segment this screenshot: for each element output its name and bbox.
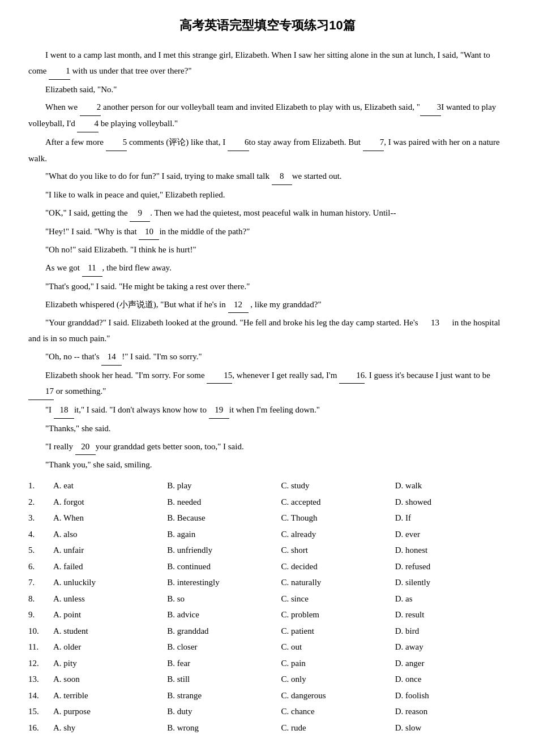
option-c: C. already xyxy=(279,527,393,542)
option-c: C. out xyxy=(279,640,393,655)
option-row-16: 16. A. shy B. wrong C. rude D. slow xyxy=(28,721,507,736)
para-8: "Hey!" I said. "Why is that 10in the mid… xyxy=(45,224,507,240)
option-num: 4. xyxy=(28,527,51,542)
option-d: D. refused xyxy=(393,560,507,574)
option-a: A. When xyxy=(51,511,165,526)
option-row-4: 4. A. also B. again C. already D. ever xyxy=(28,527,507,542)
option-c: C. only xyxy=(279,672,393,687)
para-7: "OK," I said, getting the 9. Then we had… xyxy=(45,205,507,222)
blank-12: 12 xyxy=(228,297,249,313)
option-num: 15. xyxy=(28,705,51,719)
option-row-13: 13. A. soon B. still C. only D. once xyxy=(28,672,507,687)
para-3: When we 2 another person for our volleyb… xyxy=(28,100,507,132)
option-num: 7. xyxy=(28,575,51,590)
options-section: 1. A. eat B. play C. study D. walk 2. A.… xyxy=(28,479,507,735)
option-b: B. so xyxy=(165,592,279,607)
para-18: "I really 20your granddad gets better so… xyxy=(45,439,507,456)
para-12: Elizabeth whispered (小声说道), "But what if… xyxy=(45,297,507,313)
option-d: D. as xyxy=(393,592,507,607)
para-15: Elizabeth shook her head. "I'm sorry. Fo… xyxy=(28,368,507,401)
option-num: 8. xyxy=(28,592,51,607)
word-that: that xyxy=(124,227,137,236)
option-d: D. showed xyxy=(393,495,507,510)
option-c: C. rude xyxy=(279,721,393,736)
blank-5: 5 xyxy=(106,135,127,151)
passage: I went to a camp last month, and I met t… xyxy=(28,48,507,473)
option-b: B. interestingly xyxy=(165,575,279,590)
option-a: A. also xyxy=(51,527,165,542)
option-d: D. If xyxy=(393,511,507,526)
option-a: A. shy xyxy=(51,721,165,736)
option-b: B. unfriendly xyxy=(165,543,279,558)
option-d: D. once xyxy=(393,672,507,687)
blank-14: 14 xyxy=(101,349,122,366)
blank-4: 4 xyxy=(77,116,99,132)
blank-2: 2 xyxy=(80,100,101,116)
option-d: D. slow xyxy=(393,721,507,736)
para-1: I went to a camp last month, and I met t… xyxy=(28,48,507,80)
option-row-10: 10. A. student B. granddad C. patient D.… xyxy=(28,624,507,639)
blank-20: 20 xyxy=(75,439,96,456)
blank-1: 1 xyxy=(49,63,70,80)
option-a: A. point xyxy=(51,608,165,622)
para-13: "Your granddad?" I said. Elizabeth looke… xyxy=(28,315,507,347)
option-d: D. walk xyxy=(393,479,507,493)
option-num: 13. xyxy=(28,672,51,687)
option-a: A. terrible xyxy=(51,689,165,703)
option-b: B. closer xyxy=(165,640,279,655)
option-num: 5. xyxy=(28,543,51,558)
option-c: C. study xyxy=(279,479,393,493)
blank-8: 8 xyxy=(272,169,292,185)
blank-17: 17 xyxy=(28,384,54,400)
option-d: D. ever xyxy=(393,527,507,542)
option-a: A. purpose xyxy=(51,705,165,719)
option-c: C. short xyxy=(279,543,393,558)
option-c: C. problem xyxy=(279,608,393,622)
option-row-1: 1. A. eat B. play C. study D. walk xyxy=(28,479,507,493)
option-d: D. reason xyxy=(393,705,507,719)
option-d: D. away xyxy=(393,640,507,655)
option-a: A. student xyxy=(51,624,165,639)
page-title: 高考英语完型填空专项练习10篇 xyxy=(28,17,507,34)
para-17: "Thanks," she said. xyxy=(45,421,507,437)
blank-10: 10 xyxy=(139,224,159,240)
option-num: 16. xyxy=(28,721,51,736)
option-d: D. anger xyxy=(393,656,507,671)
option-c: C. Though xyxy=(279,511,393,526)
option-num: 2. xyxy=(28,495,51,510)
option-num: 14. xyxy=(28,689,51,703)
option-b: B. strange xyxy=(165,689,279,703)
option-row-2: 2. A. forgot B. needed C. accepted D. sh… xyxy=(28,495,507,510)
option-b: B. still xyxy=(165,672,279,687)
option-num: 10. xyxy=(28,624,51,639)
option-c: C. accepted xyxy=(279,495,393,510)
option-d: D. bird xyxy=(393,624,507,639)
blank-19: 19 xyxy=(209,402,229,419)
option-a: A. soon xyxy=(51,672,165,687)
option-a: A. older xyxy=(51,640,165,655)
option-num: 9. xyxy=(28,608,51,622)
para-4: After a few more 5 comments (评论) like th… xyxy=(28,135,507,167)
option-row-9: 9. A. point B. advice C. problem D. resu… xyxy=(28,608,507,622)
option-c: C. pain xyxy=(279,656,393,671)
option-c: C. chance xyxy=(279,705,393,719)
blank-6: 6 xyxy=(228,135,249,151)
para-5: "What do you like to do for fun?" I said… xyxy=(45,169,507,185)
option-b: B. wrong xyxy=(165,721,279,736)
option-num: 6. xyxy=(28,560,51,574)
para-9: "Oh no!" said Elizabeth. "I think he is … xyxy=(45,242,507,258)
option-c: C. dangerous xyxy=(279,689,393,703)
option-b: B. advice xyxy=(165,608,279,622)
option-row-8: 8. A. unless B. so C. since D. as xyxy=(28,592,507,607)
option-a: A. eat xyxy=(51,479,165,493)
para-10: As we got 11, the bird flew away. xyxy=(45,260,507,277)
option-b: B. granddad xyxy=(165,624,279,639)
option-b: B. fear xyxy=(165,656,279,671)
option-b: B. Because xyxy=(165,511,279,526)
option-c: C. patient xyxy=(279,624,393,639)
option-c: C. since xyxy=(279,592,393,607)
blank-7: 7 xyxy=(363,135,384,151)
para-19: "Thank you," she said, smiling. xyxy=(45,457,507,473)
option-d: D. result xyxy=(393,608,507,622)
option-b: B. again xyxy=(165,527,279,542)
